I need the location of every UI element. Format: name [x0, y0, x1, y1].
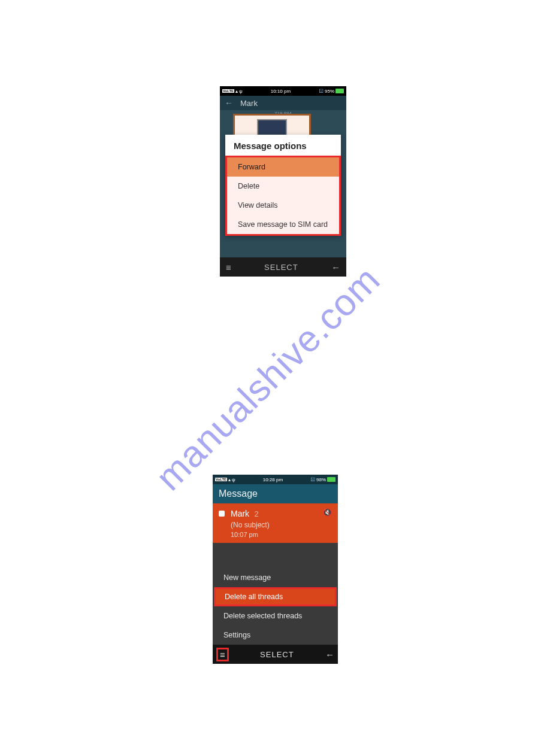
thread-name: Mark	[231, 509, 249, 518]
thread-time: 10:07 pm	[231, 531, 332, 538]
status-bar: VoLTE ▴ ψ 10:28 pm ⮽ 98%	[213, 475, 338, 484]
menu-delete-all-threads[interactable]: Delete all threads	[214, 587, 337, 606]
dialog-options-highlight: Forward Delete View details Save message…	[225, 156, 341, 236]
signal-icon: ▴	[235, 89, 238, 94]
message-options-dialog: Message options Forward Delete View deta…	[225, 135, 341, 236]
status-time: 10:10 pm	[271, 89, 291, 94]
context-menu: New message Delete all threads Delete se…	[213, 568, 338, 645]
select-key[interactable]: SELECT	[264, 263, 298, 272]
option-save-to-sim[interactable]: Save message to SIM card	[227, 215, 339, 234]
back-key-icon[interactable]: ←	[325, 649, 334, 660]
thread-subject: (No subject)	[231, 521, 332, 529]
menu-delete-selected-threads[interactable]: Delete selected threads	[213, 606, 338, 626]
dialog-title: Message options	[225, 135, 341, 156]
menu-key-highlight: ≡	[216, 648, 229, 661]
usb-icon: ψ	[239, 89, 243, 94]
app-title: Message	[219, 488, 258, 499]
thread-info: Mark 2 (No subject) 10:07 pm	[231, 508, 332, 538]
contact-name: Mark	[240, 99, 258, 108]
menu-icon[interactable]: ≡	[226, 262, 231, 272]
battery-icon	[335, 89, 344, 93]
battery-percent: 95%	[325, 89, 334, 94]
thread-row[interactable]: Mark 2 (No subject) 10:07 pm 🔇	[213, 503, 338, 543]
screenshot-message-list: VoLTE ▴ ψ 10:28 pm ⮽ 98% Message Mark 2 …	[213, 475, 338, 664]
mute-icon: 🔇	[323, 508, 332, 517]
screenshot-message-options: VoLTE ▴ ψ 10:10 pm ⮽ 95% ← Mark 719 894 …	[220, 86, 346, 277]
bluetooth-icon: ⮽	[310, 477, 315, 482]
volte-icon: VoLTE	[215, 478, 227, 481]
soft-key-bar: ≡ SELECT ←	[220, 257, 346, 277]
battery-icon	[327, 477, 335, 482]
conversation-header: ← Mark	[220, 96, 346, 110]
thread-count: 2	[255, 509, 259, 518]
option-forward[interactable]: Forward	[227, 157, 339, 177]
option-view-details[interactable]: View details	[227, 196, 339, 215]
status-bar: VoLTE ▴ ψ 10:10 pm ⮽ 95%	[220, 86, 346, 96]
menu-new-message[interactable]: New message	[213, 568, 338, 587]
checkbox-icon[interactable]	[219, 511, 225, 517]
signal-icon: ▴	[228, 477, 231, 482]
menu-settings[interactable]: Settings	[213, 626, 338, 645]
back-key-icon[interactable]: ←	[331, 262, 340, 272]
select-key[interactable]: SELECT	[260, 650, 294, 659]
app-header: Message	[213, 484, 338, 503]
back-icon[interactable]: ←	[225, 98, 233, 108]
volte-icon: VoLTE	[222, 89, 234, 93]
menu-icon[interactable]: ≡	[220, 650, 225, 659]
option-delete[interactable]: Delete	[227, 177, 339, 196]
watermark-text: manualshive.com	[147, 258, 388, 499]
battery-percent: 98%	[316, 477, 326, 482]
bluetooth-icon: ⮽	[319, 89, 324, 94]
status-time: 10:28 pm	[263, 477, 283, 482]
soft-key-bar: ≡ SELECT ←	[213, 645, 338, 664]
usb-icon: ψ	[232, 477, 235, 482]
